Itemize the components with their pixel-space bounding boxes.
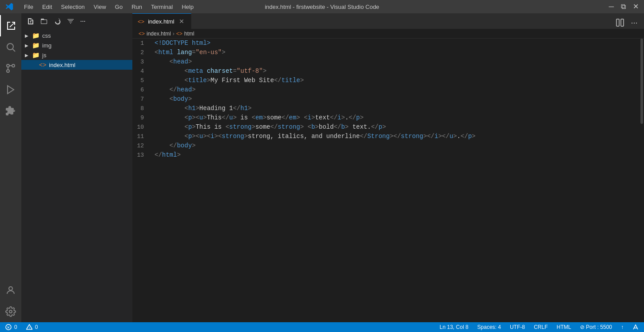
menu-go[interactable]: Go bbox=[111, 3, 126, 11]
tab-bar-right: ··· bbox=[614, 16, 644, 29]
new-file-button[interactable] bbox=[25, 16, 36, 27]
tab-close-button[interactable]: ✕ bbox=[178, 17, 186, 25]
html-file-icon: <> bbox=[39, 61, 46, 68]
code-token: > bbox=[188, 95, 192, 104]
svg-point-2 bbox=[7, 70, 9, 72]
svg-rect-11 bbox=[621, 19, 624, 26]
code-token: lang bbox=[177, 48, 192, 57]
code-line[interactable]: </head> bbox=[155, 85, 635, 95]
status-warnings[interactable]: ! 0 bbox=[24, 322, 40, 332]
code-token: </ bbox=[282, 113, 289, 123]
split-editor-button[interactable] bbox=[614, 16, 626, 29]
code-token: </ bbox=[330, 113, 338, 123]
editor-area: <> index.html ✕ ··· <> index.html › <> h… bbox=[132, 13, 644, 322]
code-line[interactable]: <body> bbox=[155, 95, 635, 104]
scrollbar-track[interactable] bbox=[638, 39, 644, 322]
svg-text:!: ! bbox=[29, 326, 30, 330]
code-line[interactable]: <p><u><i><strong>strong, italics, and un… bbox=[155, 132, 635, 141]
menu-file[interactable]: File bbox=[20, 3, 37, 11]
scrollbar-thumb[interactable] bbox=[640, 39, 643, 124]
status-spaces[interactable]: Spaces: 4 bbox=[476, 322, 503, 332]
code-token: My First Web Site bbox=[211, 76, 274, 85]
menu-selection[interactable]: Selection bbox=[57, 3, 88, 11]
code-token: i bbox=[338, 113, 341, 123]
status-port[interactable]: ⊘ Port : 5500 bbox=[578, 322, 614, 332]
sidebar-item-css[interactable]: ▶ 📁 css bbox=[21, 31, 132, 40]
close-button[interactable]: ✕ bbox=[633, 3, 639, 10]
refresh-button[interactable] bbox=[52, 16, 63, 27]
activity-extensions[interactable] bbox=[0, 100, 21, 122]
code-line[interactable]: <p><u>This</u> is <em>some</em> <i>text<… bbox=[155, 113, 635, 123]
new-folder-button[interactable] bbox=[38, 16, 50, 27]
code-token: some bbox=[266, 113, 282, 123]
code-line[interactable]: </body> bbox=[155, 141, 635, 150]
code-line[interactable]: <meta charset="utf-8"> bbox=[155, 67, 635, 76]
code-token: html bbox=[158, 48, 173, 57]
code-token: > bbox=[296, 113, 300, 123]
status-remote[interactable] bbox=[631, 322, 640, 332]
activity-explorer[interactable] bbox=[0, 15, 21, 36]
code-line[interactable]: <h1>Heading 1</h1> bbox=[155, 104, 635, 113]
code-content[interactable]: <!DOCTYPE html><html lang="en-us"> <head… bbox=[155, 39, 644, 322]
menu-terminal[interactable]: Terminal bbox=[147, 3, 176, 11]
code-token: . bbox=[345, 113, 349, 123]
code-token: p bbox=[188, 123, 192, 132]
activity-settings[interactable] bbox=[0, 301, 21, 322]
tab-html-icon: <> bbox=[138, 18, 144, 25]
code-token: u bbox=[199, 132, 203, 141]
breadcrumb-separator: › bbox=[173, 31, 175, 37]
activity-account[interactable] bbox=[0, 280, 21, 301]
menu-run[interactable]: Run bbox=[128, 3, 146, 11]
breadcrumb-file-icon: <> bbox=[139, 31, 145, 37]
status-line-ending[interactable]: CRLF bbox=[532, 322, 549, 332]
status-cursor[interactable]: Ln 13, Col 8 bbox=[438, 322, 470, 332]
code-token: > bbox=[360, 113, 363, 123]
sidebar-item-img[interactable]: ▶ 📁 img bbox=[21, 40, 132, 50]
status-encoding[interactable]: UTF-8 bbox=[508, 322, 527, 332]
menu-help[interactable]: Help bbox=[178, 3, 197, 11]
code-line[interactable]: <head> bbox=[155, 57, 635, 67]
code-line[interactable]: <p>This is <strong>some</strong> <b>bold… bbox=[155, 123, 635, 132]
code-token: < bbox=[304, 113, 307, 123]
status-language[interactable]: HTML bbox=[555, 322, 573, 332]
code-token: </ bbox=[233, 104, 240, 113]
code-token: i bbox=[308, 113, 311, 123]
code-line[interactable]: <html lang="en-us"> bbox=[155, 48, 635, 57]
more-actions-tab-button[interactable]: ··· bbox=[628, 16, 640, 29]
code-token: < bbox=[184, 113, 188, 123]
more-actions-button[interactable]: ··· bbox=[78, 16, 87, 26]
code-line[interactable]: </html> bbox=[155, 150, 635, 160]
sidebar-item-index-html[interactable]: <> index.html bbox=[21, 60, 132, 70]
code-token: > bbox=[300, 123, 304, 132]
code-token: > bbox=[244, 132, 248, 141]
code-token: < bbox=[184, 76, 188, 85]
minimize-button[interactable]: ─ bbox=[609, 3, 614, 10]
code-token: </ bbox=[394, 132, 401, 141]
code-token: > bbox=[248, 104, 251, 113]
code-line[interactable]: <!DOCTYPE html> bbox=[155, 39, 635, 48]
code-token: </ bbox=[274, 76, 282, 85]
activity-search[interactable] bbox=[0, 36, 21, 58]
maximize-button[interactable]: ⧉ bbox=[621, 3, 626, 10]
code-token: u bbox=[199, 113, 203, 123]
activity-source-control[interactable] bbox=[0, 58, 21, 79]
collapse-button[interactable] bbox=[65, 16, 76, 27]
breadcrumb-file-label[interactable]: index.html bbox=[147, 31, 171, 37]
activity-bar bbox=[0, 13, 21, 322]
status-errors[interactable]: ✕ 0 bbox=[4, 322, 19, 332]
code-token: strong bbox=[222, 132, 244, 141]
code-token: < bbox=[218, 132, 222, 141]
code-token: = bbox=[233, 67, 236, 76]
sidebar-item-js[interactable]: ▶ 📁 js bbox=[21, 50, 132, 60]
breadcrumb-html-label[interactable]: html bbox=[184, 31, 195, 37]
code-token: < bbox=[184, 132, 188, 141]
menu-view[interactable]: View bbox=[90, 3, 110, 11]
code-line[interactable]: <title>My First Web Site</title> bbox=[155, 76, 635, 85]
code-editor[interactable]: 12345678910111213 <!DOCTYPE html><html l… bbox=[132, 39, 644, 322]
activity-run[interactable] bbox=[0, 79, 21, 100]
status-live-up[interactable]: ↑ bbox=[619, 322, 625, 332]
code-token: </ bbox=[427, 132, 434, 141]
menu-edit[interactable]: Edit bbox=[39, 3, 56, 11]
tab-index-html[interactable]: <> index.html ✕ bbox=[132, 13, 191, 29]
code-token: > bbox=[203, 132, 207, 141]
